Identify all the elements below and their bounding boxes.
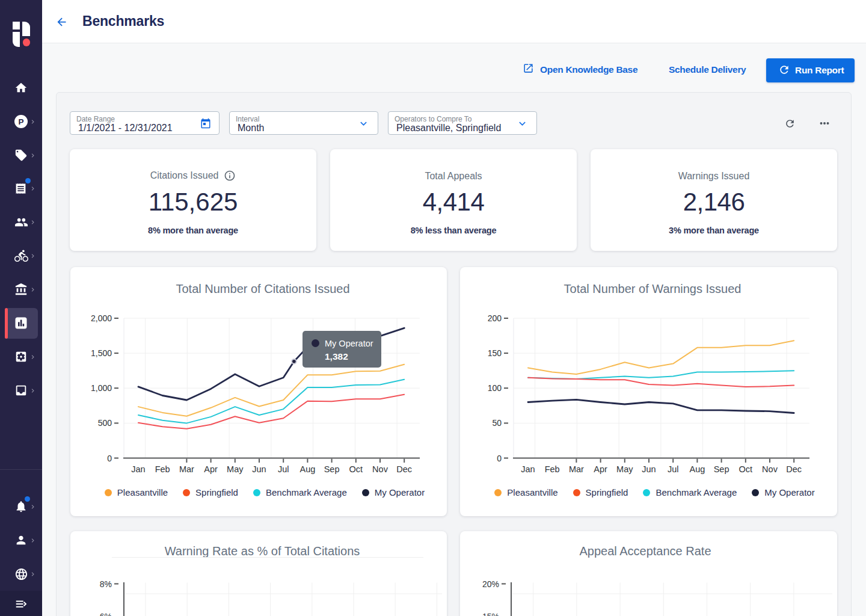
svg-text:50: 50 bbox=[492, 418, 502, 428]
svg-text:2,000: 2,000 bbox=[91, 313, 112, 323]
svg-text:Dec: Dec bbox=[786, 464, 802, 474]
svg-text:Feb: Feb bbox=[155, 464, 170, 474]
svg-text:Aug: Aug bbox=[689, 464, 705, 474]
svg-text:20%: 20% bbox=[482, 579, 499, 589]
svg-text:Nov: Nov bbox=[762, 464, 778, 474]
svg-text:Total Number of Citations Issu: Total Number of Citations Issued bbox=[176, 282, 349, 295]
svg-text:8%: 8% bbox=[100, 579, 112, 589]
svg-text:500: 500 bbox=[98, 418, 112, 428]
svg-text:Jun: Jun bbox=[252, 464, 266, 474]
svg-text:P: P bbox=[18, 117, 23, 126]
svg-text:Aug: Aug bbox=[299, 464, 315, 474]
svg-text:Oct: Oct bbox=[739, 464, 753, 474]
svg-text:Jan: Jan bbox=[521, 464, 535, 474]
svg-text:0: 0 bbox=[497, 454, 502, 463]
svg-text:Feb: Feb bbox=[545, 464, 560, 474]
svg-text:Jan: Jan bbox=[131, 464, 145, 474]
svg-text:Nov: Nov bbox=[372, 464, 388, 474]
svg-text:Dec: Dec bbox=[396, 464, 412, 474]
svg-text:1,000: 1,000 bbox=[91, 383, 112, 393]
svg-text:1,500: 1,500 bbox=[91, 348, 112, 358]
svg-text:Jul: Jul bbox=[278, 464, 289, 474]
svg-text:Apr: Apr bbox=[594, 464, 607, 474]
svg-text:150: 150 bbox=[488, 348, 502, 358]
svg-text:May: May bbox=[616, 464, 633, 474]
svg-text:Warning Rate as % of Total Cit: Warning Rate as % of Total Citations bbox=[165, 544, 360, 558]
svg-text:Appeal Acceptance Rate: Appeal Acceptance Rate bbox=[579, 544, 711, 558]
svg-text:6%: 6% bbox=[100, 612, 112, 616]
svg-text:0: 0 bbox=[107, 454, 112, 463]
svg-text:Total Number of Warnings Issue: Total Number of Warnings Issued bbox=[564, 282, 742, 295]
svg-text:Mar: Mar bbox=[179, 464, 194, 474]
svg-text:Apr: Apr bbox=[204, 464, 218, 474]
svg-text:Jun: Jun bbox=[642, 464, 656, 474]
svg-text:100: 100 bbox=[488, 383, 502, 393]
svg-text:200: 200 bbox=[488, 313, 502, 323]
svg-text:Mar: Mar bbox=[569, 464, 584, 474]
svg-text:Sep: Sep bbox=[714, 464, 729, 474]
svg-text:Sep: Sep bbox=[324, 464, 340, 474]
svg-text:15%: 15% bbox=[482, 612, 499, 616]
svg-text:Oct: Oct bbox=[349, 464, 363, 474]
svg-text:Jul: Jul bbox=[668, 464, 679, 474]
svg-text:May: May bbox=[227, 464, 244, 474]
